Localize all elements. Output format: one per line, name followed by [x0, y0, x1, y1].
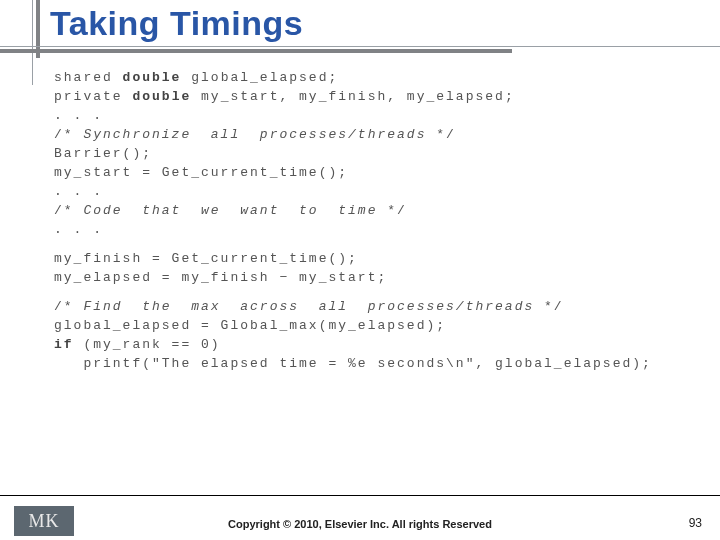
decor-hline-thick [0, 49, 512, 53]
copyright-text: Copyright © 2010, Elsevier Inc. All righ… [0, 518, 720, 530]
title-area: Taking Timings [0, 0, 720, 60]
code-line: my_start = Get_current_time(); [54, 163, 694, 182]
code-line: Barrier(); [54, 144, 694, 163]
decor-vline-thin [32, 0, 33, 85]
code-line: private double my_start, my_finish, my_e… [54, 87, 694, 106]
code-line: /* Synchronize all processes/threads */ [54, 125, 694, 144]
code-line: . . . [54, 182, 694, 201]
code-line: my_finish = Get_current_time(); [54, 249, 694, 268]
code-block: shared double global_elapsed; private do… [54, 68, 694, 373]
slide-title: Taking Timings [50, 4, 303, 43]
code-line: . . . [54, 220, 694, 239]
page-number: 93 [689, 516, 702, 530]
code-line: . . . [54, 106, 694, 125]
code-line: /* Find the max across all processes/thr… [54, 297, 694, 316]
code-line: printf("The elapsed time = %e seconds\n"… [54, 354, 694, 373]
code-line: global_elapsed = Global_max(my_elapsed); [54, 316, 694, 335]
slide: Taking Timings shared double global_elap… [0, 0, 720, 540]
decor-hline-thin [0, 46, 720, 47]
code-line: shared double global_elapsed; [54, 68, 694, 87]
code-line: /* Code that we want to time */ [54, 201, 694, 220]
footer: MK Copyright © 2010, Elsevier Inc. All r… [0, 496, 720, 540]
code-line: if (my_rank == 0) [54, 335, 694, 354]
code-line: my_elapsed = my_finish − my_start; [54, 268, 694, 287]
